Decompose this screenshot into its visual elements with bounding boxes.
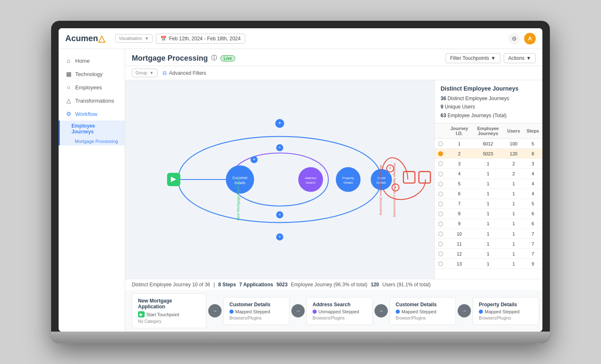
table-row[interactable]: 8 1 1 6: [435, 209, 542, 219]
app-logo: Acumen△: [65, 33, 105, 44]
sidebar-item-employees[interactable]: ○ Employees: [59, 81, 125, 94]
sidebar-item-mortgage-processing[interactable]: Mortgage Processing: [60, 137, 125, 145]
journey-card-2[interactable]: Address Search Unmapped Stepped Browsers…: [306, 297, 373, 325]
filter-touchpoints-label: Filter Touchpoints: [450, 55, 489, 61]
radio-circle: [438, 151, 443, 156]
card-2-cat: Browsers/Plugins: [313, 316, 367, 320]
settings-button[interactable]: ⚙: [508, 33, 520, 44]
sidebar-item-employee-journeys[interactable]: Employee Journeys: [60, 121, 125, 137]
table-row[interactable]: 9 1 1 6: [435, 219, 542, 229]
content-area: Mortgage Processing ⓘ Live Filter Touchp…: [125, 49, 542, 332]
steps-cell: 7: [523, 239, 542, 249]
header-actions: Filter Touchpoints ▼ Actions ▼: [446, 53, 536, 63]
group-chevron-icon: ▼: [150, 71, 154, 75]
advanced-filters-button[interactable]: ⊟ Advanced Filters: [163, 70, 206, 76]
journey-card-1[interactable]: Customer Details Mapped Stepped Browsers…: [223, 297, 290, 325]
date-range-picker[interactable]: 📅 Feb 12th, 2024 - Feb 18th, 2024: [156, 34, 245, 44]
journey-id-cell: 10: [446, 229, 472, 239]
visualization-dropdown[interactable]: Visualisation ▼: [115, 34, 153, 43]
journeys-cell: 1: [472, 199, 504, 209]
filter-touchpoints-button[interactable]: Filter Touchpoints ▼: [446, 53, 500, 63]
th-steps: Steps: [523, 123, 542, 139]
radio-cell[interactable]: [435, 149, 446, 159]
journey-table: Journey I.D. Employee Journeys Users Ste…: [435, 123, 542, 279]
steps-count: 8 Steps: [218, 282, 236, 288]
table-row[interactable]: 11 1 1 7: [435, 239, 542, 249]
table-row[interactable]: 13 1 1 9: [435, 259, 542, 269]
users-cell: 1: [504, 189, 523, 199]
journey-id-cell: 3: [446, 159, 472, 169]
radio-cell[interactable]: [435, 159, 446, 169]
th-journey-id: Journey I.D.: [446, 123, 472, 139]
journey-id-cell: 8: [446, 209, 472, 219]
radio-cell[interactable]: [435, 209, 446, 219]
arrow-3-4: →: [458, 304, 471, 317]
arrow-2-3: →: [374, 304, 388, 317]
table-row[interactable]: 6 1 1 4: [435, 189, 542, 199]
total-journeys-label: Employee Journeys (Total): [448, 113, 507, 118]
sidebar-item-transformations[interactable]: △ Transformations: [59, 94, 125, 107]
journey-id-cell: 12: [446, 249, 472, 259]
arc-mid-plus-bot: +: [278, 234, 281, 239]
red-plus-top: +: [389, 165, 392, 170]
radio-cell[interactable]: [435, 249, 446, 259]
radio-cell[interactable]: [435, 239, 446, 249]
user-avatar[interactable]: A: [524, 33, 536, 44]
title-text: Mortgage Processing: [132, 54, 208, 63]
steps-cell: 7: [523, 249, 542, 259]
radio-cell[interactable]: [435, 229, 446, 239]
sidebar-item-home[interactable]: ⌂ Home: [59, 54, 125, 67]
journey-id-cell: 4: [446, 169, 472, 179]
table-row[interactable]: 5 1 1 4: [435, 179, 542, 189]
table-row[interactable]: 1 6012 100 5: [435, 139, 542, 149]
radio-cell[interactable]: [435, 139, 446, 149]
users-cell: 1: [504, 209, 523, 219]
technology-icon: ▦: [65, 71, 72, 77]
card-1-dot: [229, 310, 234, 314]
table-row[interactable]: 4 1 2 4: [435, 169, 542, 179]
radio-cell[interactable]: [435, 199, 446, 209]
journeys-cell: 1: [472, 179, 504, 189]
table-row[interactable]: 2 5023 120 8: [435, 149, 542, 159]
group-dropdown[interactable]: Group ▼: [132, 69, 158, 77]
sidebar-item-technology[interactable]: ▦ Technology: [59, 67, 125, 81]
radio-cell[interactable]: [435, 189, 446, 199]
table-row[interactable]: 10 1 1 7: [435, 229, 542, 239]
radio-cell[interactable]: [435, 169, 446, 179]
info-icon[interactable]: ⓘ: [211, 54, 217, 62]
table-row[interactable]: 12 1 1 7: [435, 249, 542, 259]
right-panel-header: Distinct Employee Journeys 36 Distinct E…: [435, 80, 542, 123]
end-success-node[interactable]: [404, 172, 415, 183]
journey-card-0[interactable]: New Mortgage Application ▶ Start Touchpo…: [132, 293, 207, 328]
users-cell: 120: [504, 149, 523, 159]
steps-cell: 7: [523, 229, 542, 239]
journeys-cell: 1: [472, 259, 504, 269]
journey-id-cell: 6: [446, 189, 472, 199]
table-row[interactable]: 3 1 2 3: [435, 159, 542, 169]
journey-card-3[interactable]: Customer Details Mapped Stepped Browser/…: [389, 297, 456, 325]
card-2-title: Address Search: [313, 302, 367, 307]
radio-cell[interactable]: [435, 179, 446, 189]
card-1-cat: Browsers/Plugins: [229, 316, 283, 320]
card-2-sub: Unmapped Stepped: [313, 309, 367, 314]
radio-circle: [438, 231, 443, 236]
radio-circle: [438, 202, 443, 207]
users-cell: 1: [504, 179, 523, 189]
start-play-icon: ▶: [138, 311, 145, 317]
group-label: Group: [135, 71, 147, 75]
steps-cell: 5: [523, 199, 542, 209]
sidebar-item-workflow[interactable]: ⚙ Workflow: [59, 107, 125, 121]
journey-id-cell: 2: [446, 149, 472, 159]
radio-cell[interactable]: [435, 219, 446, 229]
card-3-sub: Mapped Stepped: [396, 309, 450, 314]
end-fail-node[interactable]: [419, 172, 431, 183]
radio-circle: [438, 182, 443, 187]
arrow-0-1: →: [208, 304, 222, 317]
journey-cards: New Mortgage Application ▶ Start Touchpo…: [125, 290, 542, 332]
journey-card-4[interactable]: Property Details Mapped Stepped Browsers…: [473, 297, 539, 325]
actions-button[interactable]: Actions ▼: [504, 53, 536, 63]
journey-svg: + + + +: [125, 80, 434, 279]
radio-cell[interactable]: [435, 259, 446, 269]
journey-id-cell: 7: [446, 199, 472, 209]
table-row[interactable]: 7 1 1 5: [435, 199, 542, 209]
